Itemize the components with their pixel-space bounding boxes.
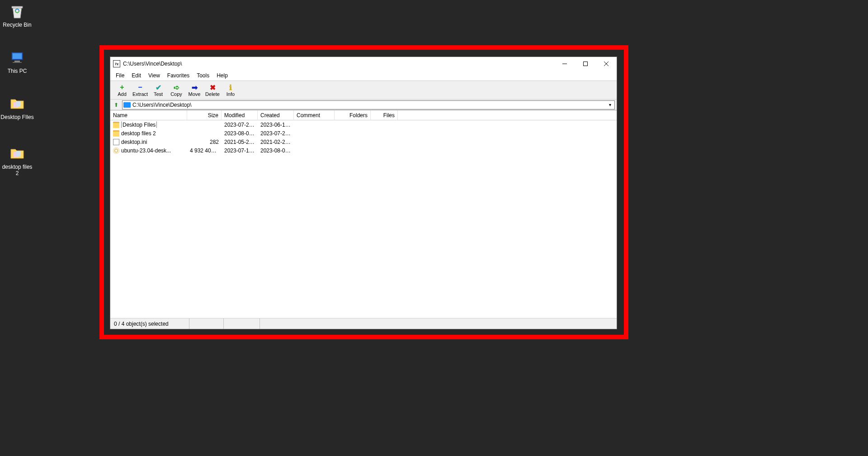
col-files[interactable]: Files <box>371 110 398 120</box>
file-size: 4 932 407 2... <box>187 147 222 154</box>
file-row[interactable]: desktop.ini2822021-05-23...2021-02-28... <box>110 138 617 146</box>
toolbar-extract-button[interactable]: −Extract <box>131 82 149 98</box>
toolbar-label: Copy <box>170 91 182 97</box>
file-name: desktop.ini <box>121 139 147 145</box>
status-seg-3 <box>224 318 260 329</box>
menu-tools[interactable]: Tools <box>193 71 213 80</box>
col-name[interactable]: Name <box>110 110 187 120</box>
path-input[interactable]: C:\Users\Vince\Desktop\ ▾ <box>122 100 615 109</box>
status-seg-2 <box>189 318 224 329</box>
menu-favorites[interactable]: Favorites <box>164 71 193 80</box>
sevenzip-window: 7z C:\Users\Vince\Desktop\ File Edit Vie… <box>110 57 617 329</box>
file-modified: 2023-08-03... <box>222 130 258 137</box>
desktop-icon-label: Recycle Bin <box>3 22 31 28</box>
svg-rect-3 <box>13 62 22 63</box>
toolbar-label: Info <box>226 91 235 97</box>
svg-rect-5 <box>16 101 21 107</box>
drive-icon <box>123 102 131 108</box>
info-icon: ℹ <box>229 83 232 91</box>
menu-view[interactable]: View <box>145 71 164 80</box>
desktop-icon-label: desktop files 2 <box>0 164 34 177</box>
file-row[interactable]: Desktop FIles2023-07-29...2023-06-14... <box>110 120 617 129</box>
toolbar-label: Extract <box>132 91 148 97</box>
app-icon: 7z <box>113 60 120 67</box>
file-created: 2021-02-28... <box>258 139 294 145</box>
desktop-icon-this-pc[interactable]: This PC <box>0 48 34 74</box>
toolbar-test-button[interactable]: ✔Test <box>149 82 167 98</box>
add-icon: + <box>120 83 124 91</box>
svg-rect-2 <box>14 61 20 62</box>
col-created[interactable]: Created <box>258 110 294 120</box>
minimize-button[interactable] <box>554 57 575 71</box>
menu-file[interactable]: File <box>112 71 128 80</box>
toolbar-add-button[interactable]: +Add <box>113 82 131 98</box>
desktop-icon-folder-1[interactable]: Desktop FIles <box>0 94 34 120</box>
file-created: 2023-08-03... <box>258 147 294 154</box>
file-modified: 2023-07-18... <box>222 147 258 154</box>
desktop-icon-label: This PC <box>8 68 27 74</box>
ini-icon <box>113 139 119 145</box>
move-icon: ➡ <box>192 83 198 91</box>
file-modified: 2023-07-29... <box>222 122 258 128</box>
toolbar-label: Delete <box>205 91 220 97</box>
copy-icon: ➪ <box>174 83 179 91</box>
toolbar-move-button[interactable]: ➡Move <box>185 82 203 98</box>
toolbar-info-button[interactable]: ℹInfo <box>222 82 240 98</box>
desktop-icon-label: Desktop FIles <box>0 114 33 120</box>
statusbar: 0 / 4 object(s) selected <box>110 318 617 329</box>
iso-icon <box>113 147 119 154</box>
window-title: C:\Users\Vince\Desktop\ <box>123 61 554 67</box>
file-size: 282 <box>187 139 222 145</box>
svg-rect-9 <box>584 62 588 66</box>
folder-icon <box>8 144 26 162</box>
folder-icon <box>8 94 26 112</box>
up-button[interactable]: ⬆ <box>112 101 120 109</box>
file-name: desktop files 2 <box>121 130 156 137</box>
file-list[interactable]: Name Size Modified Created Comment Folde… <box>110 110 617 318</box>
status-seg-4 <box>260 318 617 329</box>
menu-edit[interactable]: Edit <box>128 71 145 80</box>
toolbar-label: Test <box>154 91 163 97</box>
col-folders[interactable]: Folders <box>335 110 371 120</box>
folder-icon <box>113 130 119 137</box>
titlebar[interactable]: 7z C:\Users\Vince\Desktop\ <box>110 57 617 71</box>
recycle-bin-icon <box>8 2 26 20</box>
folder-icon <box>113 122 119 128</box>
desktop-icon-recycle-bin[interactable]: Recycle Bin <box>0 2 34 28</box>
toolbar-label: Move <box>189 91 201 97</box>
file-name: Desktop FIles <box>121 122 157 128</box>
file-created: 2023-06-14... <box>258 122 294 128</box>
file-row[interactable]: desktop files 22023-08-03...2023-07-26..… <box>110 129 617 138</box>
col-modified[interactable]: Modified <box>222 110 258 120</box>
pathbar: ⬆ C:\Users\Vince\Desktop\ ▾ <box>110 100 617 110</box>
toolbar-label: Add <box>118 91 127 97</box>
menu-help[interactable]: Help <box>213 71 231 80</box>
path-text: C:\Users\Vince\Desktop\ <box>132 102 192 108</box>
svg-rect-1 <box>13 53 22 59</box>
menubar: File Edit View Favorites Tools Help <box>110 71 617 81</box>
toolbar: +Add−Extract✔Test➪Copy➡Move✖DeleteℹInfo <box>110 81 617 100</box>
delete-icon: ✖ <box>210 83 216 91</box>
toolbar-delete-button[interactable]: ✖Delete <box>203 82 222 98</box>
list-header: Name Size Modified Created Comment Folde… <box>110 110 617 120</box>
col-size[interactable]: Size <box>187 110 222 120</box>
file-row[interactable]: ubuntu-23.04-desk...4 932 407 2...2023-0… <box>110 146 617 155</box>
toolbar-copy-button[interactable]: ➪Copy <box>167 82 185 98</box>
file-created: 2023-07-26... <box>258 130 294 137</box>
test-icon: ✔ <box>156 83 161 91</box>
file-name: ubuntu-23.04-desk... <box>121 147 171 154</box>
file-modified: 2021-05-23... <box>222 139 258 145</box>
extract-icon: − <box>138 83 142 91</box>
svg-rect-7 <box>16 151 21 157</box>
status-selection: 0 / 4 object(s) selected <box>110 318 189 329</box>
pc-icon <box>8 48 26 66</box>
desktop-icon-folder-2[interactable]: desktop files 2 <box>0 144 34 177</box>
path-dropdown[interactable]: ▾ <box>606 102 613 107</box>
close-button[interactable] <box>596 57 617 71</box>
maximize-button[interactable] <box>575 57 596 71</box>
col-comment[interactable]: Comment <box>294 110 335 120</box>
